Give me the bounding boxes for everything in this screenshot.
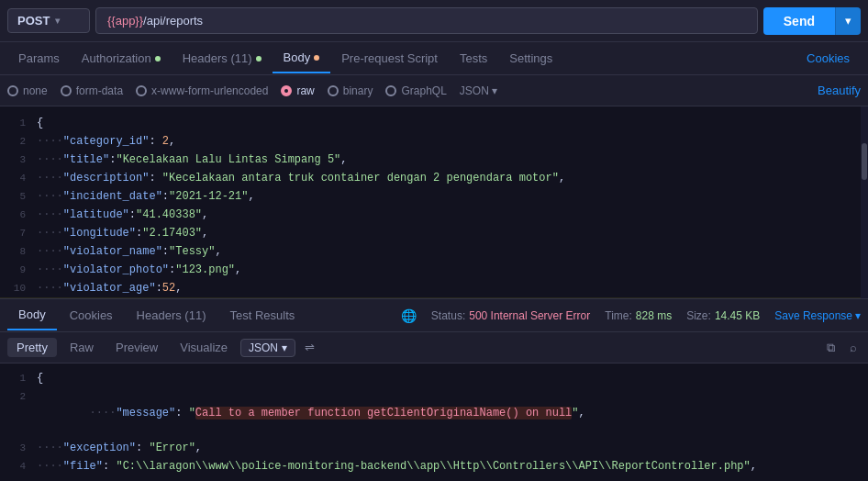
radio-graphql-icon bbox=[385, 85, 396, 96]
code-line-4: 4 ····"description": "Kecelakaan antara … bbox=[0, 169, 868, 187]
status-code: 500 Internal Server Error bbox=[469, 309, 590, 322]
resp-line-1: 1 { bbox=[0, 369, 868, 387]
url-path: /api/reports bbox=[143, 14, 203, 28]
tab-pre-request[interactable]: Pre-request Script bbox=[330, 44, 449, 73]
option-binary[interactable]: binary bbox=[328, 84, 373, 97]
status-badge: Status: 500 Internal Server Error bbox=[431, 309, 590, 322]
send-button[interactable]: Send bbox=[763, 7, 835, 35]
response-right-icons: ⧉ ⌕ bbox=[823, 339, 861, 357]
editor-scrollbar[interactable] bbox=[861, 106, 868, 298]
body-options-row: none form-data x-www-form-urlencoded raw… bbox=[0, 75, 868, 106]
headers-dot-icon bbox=[256, 56, 262, 62]
auth-dot-icon bbox=[155, 56, 161, 62]
tab-params[interactable]: Params bbox=[7, 44, 71, 73]
radio-binary-icon bbox=[328, 85, 339, 96]
radio-none-icon bbox=[7, 85, 18, 96]
url-template: {{app}} bbox=[107, 14, 143, 28]
response-format-row: Pretty Raw Preview Visualize JSON ▾ ⇌ ⧉ … bbox=[0, 332, 868, 364]
radio-urlencoded-icon bbox=[136, 85, 147, 96]
code-line-9: 9 ····"violator_photo":"123.png", bbox=[0, 261, 868, 279]
chevron-json-icon: ▾ bbox=[492, 84, 497, 97]
code-line-3: 3 ····"title":"Kecelakaan Lalu Lintas Si… bbox=[0, 151, 868, 169]
resp-line-3: 3 ····"exception": "Error", bbox=[0, 439, 868, 457]
method-select[interactable]: POST ▾ bbox=[7, 8, 90, 33]
code-line-6: 6 ····"latitude":"41.40338", bbox=[0, 206, 868, 224]
fmt-raw[interactable]: Raw bbox=[61, 338, 103, 357]
request-tabs: Params Authorization Headers (11) Body P… bbox=[0, 42, 868, 75]
tab-settings[interactable]: Settings bbox=[498, 44, 563, 73]
tab-headers[interactable]: Headers (11) bbox=[172, 44, 273, 73]
response-json-select[interactable]: JSON ▾ bbox=[240, 339, 295, 357]
option-none[interactable]: none bbox=[7, 84, 48, 97]
radio-raw-icon bbox=[281, 85, 292, 96]
option-form-data[interactable]: form-data bbox=[61, 84, 123, 97]
radio-formdata-icon bbox=[61, 85, 72, 96]
fmt-visualize[interactable]: Visualize bbox=[171, 338, 237, 357]
response-size: 14.45 KB bbox=[715, 309, 760, 322]
chevron-save-icon: ▾ bbox=[855, 309, 861, 322]
option-raw[interactable]: raw bbox=[281, 84, 314, 97]
tab-tests[interactable]: Tests bbox=[449, 44, 498, 73]
url-input[interactable]: {{app}}/api/reports bbox=[95, 7, 758, 34]
size-badge: Size: 14.45 KB bbox=[686, 309, 760, 322]
save-response-button[interactable]: Save Response ▾ bbox=[774, 309, 861, 322]
url-bar: POST ▾ {{app}}/api/reports Send ▾ bbox=[0, 0, 868, 42]
resp-line-2: 2 ····"message": "Call to a member funct… bbox=[0, 387, 868, 439]
code-line-7: 7 ····"longitude":"2.17403", bbox=[0, 224, 868, 242]
code-line-2: 2 ····"category_id": 2, bbox=[0, 132, 868, 151]
option-urlencoded[interactable]: x-www-form-urlencoded bbox=[136, 84, 268, 97]
send-dropdown-button[interactable]: ▾ bbox=[835, 7, 861, 35]
request-body-editor[interactable]: 1 { 2 ····"category_id": 2, 3 ····"title… bbox=[0, 106, 868, 299]
fmt-preview[interactable]: Preview bbox=[106, 338, 167, 357]
code-line-11: 11 ····"violator_phone":621424242 bbox=[0, 297, 868, 299]
chevron-down-icon: ▾ bbox=[55, 16, 60, 26]
scrollbar-thumb bbox=[862, 143, 867, 180]
response-panel: Body Cookies Headers (11) Test Results 🌐… bbox=[0, 299, 868, 481]
body-dot-icon bbox=[314, 55, 319, 61]
copy-icon[interactable]: ⧉ bbox=[823, 339, 839, 357]
response-tab-headers[interactable]: Headers (11) bbox=[126, 301, 217, 330]
response-time: 828 ms bbox=[636, 309, 672, 322]
response-tabs: Body Cookies Headers (11) Test Results 🌐… bbox=[0, 299, 868, 332]
tab-authorization[interactable]: Authorization bbox=[71, 44, 172, 73]
filter-icon[interactable]: ⇌ bbox=[305, 341, 315, 354]
option-graphql[interactable]: GraphQL bbox=[385, 84, 446, 97]
time-badge: Time: 828 ms bbox=[605, 309, 672, 322]
code-line-5: 5 ····"incident_date":"2021-12-21", bbox=[0, 187, 868, 206]
error-highlight: Call to a member function getClientOrigi… bbox=[195, 407, 572, 419]
tab-body[interactable]: Body bbox=[273, 43, 331, 73]
method-text: POST bbox=[17, 14, 50, 28]
fmt-pretty[interactable]: Pretty bbox=[7, 338, 57, 357]
resp-line-4: 4 ····"file": "C:\\laragon\\www\\police-… bbox=[0, 457, 868, 475]
globe-icon: 🌐 bbox=[401, 308, 417, 323]
code-line-1: 1 { bbox=[0, 114, 868, 132]
chevron-resp-json-icon: ▾ bbox=[282, 341, 287, 354]
code-line-8: 8 ····"violator_name":"Tessy", bbox=[0, 242, 868, 261]
json-format-select[interactable]: JSON ▾ bbox=[460, 84, 497, 97]
tab-cookies[interactable]: Cookies bbox=[796, 44, 861, 73]
search-icon[interactable]: ⌕ bbox=[846, 339, 861, 357]
beautify-button[interactable]: Beautify bbox=[818, 84, 861, 97]
response-status-area: 🌐 Status: 500 Internal Server Error Time… bbox=[401, 308, 861, 323]
response-tab-test-results[interactable]: Test Results bbox=[218, 301, 306, 330]
send-button-group: Send ▾ bbox=[763, 7, 861, 35]
response-tab-cookies[interactable]: Cookies bbox=[59, 301, 124, 330]
response-body-viewer: 1 { 2 ····"message": "Call to a member f… bbox=[0, 364, 868, 481]
code-line-10: 10 ····"violator_age":52, bbox=[0, 279, 868, 297]
response-tab-body[interactable]: Body bbox=[7, 300, 57, 330]
